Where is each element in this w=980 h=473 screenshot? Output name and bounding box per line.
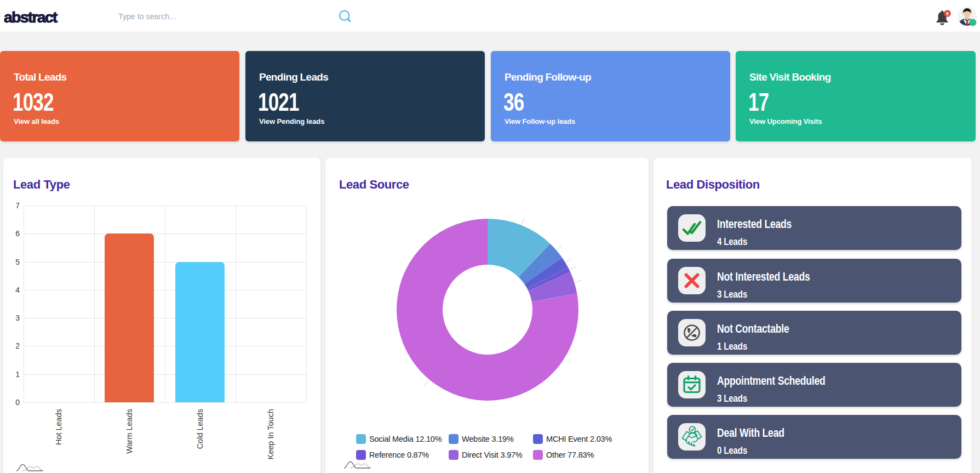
svg-text:0: 0 [946, 11, 949, 16]
